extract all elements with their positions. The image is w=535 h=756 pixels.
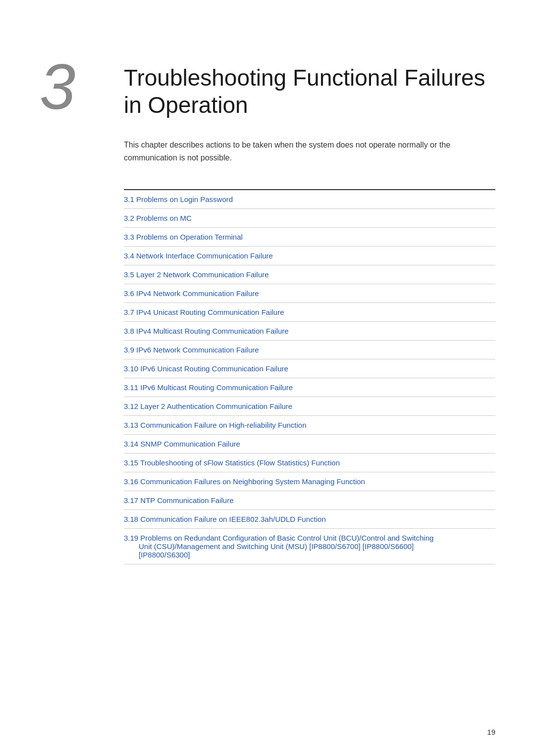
toc-item-3-9[interactable]: 3.9 IPv6 Network Communication Failure [124, 341, 495, 359]
toc-item-3-5[interactable]: 3.5 Layer 2 Network Communication Failur… [124, 265, 495, 284]
toc-item-3-12[interactable]: 3.12 Layer 2 Authentication Communicatio… [124, 397, 495, 416]
toc-section: 3.1 Problems on Login Password 3.2 Probl… [124, 189, 495, 564]
toc-item-3-17[interactable]: 3.17 NTP Communication Failure [124, 491, 495, 510]
chapter-number: 3 [40, 54, 104, 119]
page-container: 3 Troubleshooting Functional Failures in… [0, 0, 535, 756]
page-number: 19 [487, 728, 495, 736]
toc-item-3-19[interactable]: 3.19 Problems on Redundant Configuration… [124, 529, 495, 564]
chapter-header: 3 Troubleshooting Functional Failures in… [40, 59, 495, 119]
toc-item-3-6[interactable]: 3.6 IPv4 Network Communication Failure [124, 284, 495, 303]
toc-item-3-18[interactable]: 3.18 Communication Failure on IEEE802.3a… [124, 510, 495, 529]
toc-item-3-4[interactable]: 3.4 Network Interface Communication Fail… [124, 247, 495, 265]
toc-item-3-15[interactable]: 3.15 Troubleshooting of sFlow Statistics… [124, 454, 495, 472]
toc-item-3-8[interactable]: 3.8 IPv4 Multicast Routing Communication… [124, 322, 495, 341]
toc-item-3-19-line3: [IP8800/S6300] [124, 551, 495, 559]
toc-item-3-16[interactable]: 3.16 Communication Failures on Neighbori… [124, 472, 495, 491]
toc-item-3-19-line2: Unit (CSU)/Management and Switching Unit… [124, 542, 495, 551]
toc-item-3-1[interactable]: 3.1 Problems on Login Password [124, 190, 495, 209]
toc-item-3-11[interactable]: 3.11 IPv6 Multicast Routing Communicatio… [124, 378, 495, 397]
toc-item-3-3[interactable]: 3.3 Problems on Operation Terminal [124, 228, 495, 247]
chapter-title: Troubleshooting Functional Failures in O… [124, 64, 495, 119]
toc-item-3-13[interactable]: 3.13 Communication Failure on High-relia… [124, 416, 495, 435]
toc-item-3-2[interactable]: 3.2 Problems on MC [124, 209, 495, 228]
toc-item-3-14[interactable]: 3.14 SNMP Communication Failure [124, 435, 495, 454]
chapter-description: This chapter describes actions to be tak… [124, 139, 495, 164]
toc-item-3-7[interactable]: 3.7 IPv4 Unicast Routing Communication F… [124, 303, 495, 322]
toc-item-3-10[interactable]: 3.10 IPv6 Unicast Routing Communication … [124, 359, 495, 378]
